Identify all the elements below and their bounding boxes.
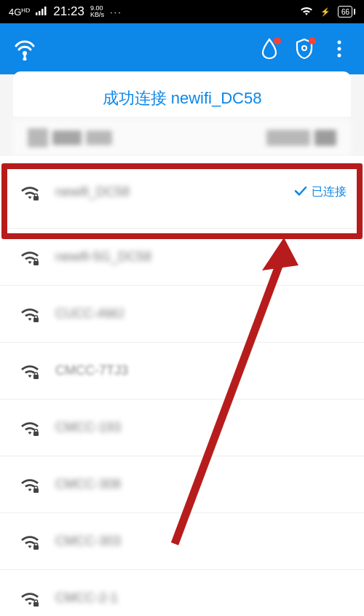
svg-point-6 (23, 58, 27, 61)
ad-strip[interactable] (13, 120, 351, 156)
raindrop-button[interactable] (256, 36, 282, 62)
shield-button[interactable] (291, 36, 317, 62)
wifi-item[interactable]: CMCC-7TJ3 (0, 343, 364, 399)
network-type: 4Gᴴᴰ (9, 7, 30, 17)
svg-rect-2 (41, 9, 44, 15)
wifi-name: CMCC-2-1 (55, 590, 347, 606)
svg-rect-13 (33, 318, 39, 322)
connection-banner: 成功连接 newifi_DC58 (13, 71, 351, 117)
status-bar: 4Gᴴᴰ 21:23 9.00 KB/s ··· ⚡ 66 (0, 0, 364, 23)
wifi-name: newifi_DC58 (55, 184, 294, 200)
charge-icon: ⚡ (320, 7, 331, 17)
wifi-name: newifi-5G_DC58 (55, 249, 347, 265)
wifi-lock-icon (17, 305, 42, 324)
wifi-item[interactable]: CMCC-2-1 (0, 570, 364, 616)
wifi-item[interactable]: CMCC-303 (0, 513, 364, 570)
svg-rect-11 (33, 196, 39, 200)
svg-rect-3 (44, 7, 47, 15)
data-rate: 9.00 KB/s (90, 5, 104, 18)
svg-rect-14 (33, 375, 39, 379)
svg-rect-15 (33, 432, 39, 436)
overflow-menu-button[interactable] (326, 36, 352, 62)
wifi-list: newifi_DC58 已连接 newifi-5G_DC58 CUCC-AMJ … (0, 156, 364, 616)
wifi-item[interactable]: CMCC-193 (0, 399, 364, 456)
wifi-lock-icon (17, 418, 42, 437)
svg-rect-16 (33, 488, 39, 493)
notification-dot (274, 37, 281, 44)
svg-point-8 (338, 41, 341, 44)
app-logo-icon (12, 34, 38, 63)
more-dots: ··· (110, 7, 122, 17)
wifi-name: CMCC-7TJ3 (55, 363, 347, 378)
svg-point-10 (338, 54, 341, 58)
svg-point-7 (302, 46, 306, 50)
battery-indicator: 66 (338, 6, 355, 17)
svg-rect-17 (33, 545, 39, 550)
wifi-lock-icon (17, 362, 42, 381)
svg-rect-18 (33, 602, 39, 607)
connected-badge: 已连接 (294, 184, 347, 200)
wifi-lock-icon (17, 183, 42, 202)
wifi-item[interactable]: newifi-5G_DC58 (0, 229, 364, 286)
wifi-name: CMCC-308 (55, 477, 347, 492)
svg-rect-12 (33, 261, 39, 265)
svg-rect-0 (36, 12, 38, 15)
wifi-lock-icon (17, 589, 42, 608)
notification-dot (309, 37, 316, 44)
svg-rect-1 (39, 11, 41, 15)
wifi-lock-icon (17, 532, 42, 551)
signal-bars-icon (36, 7, 47, 17)
wifi-lock-icon (17, 475, 42, 494)
wifi-item[interactable]: CMCC-308 (0, 456, 364, 513)
wifi-lock-icon (17, 248, 42, 267)
wifi-name: CUCC-AMJ (55, 306, 347, 321)
connection-banner-text: 成功连接 newifi_DC58 (20, 87, 344, 109)
wifi-item[interactable]: CUCC-AMJ (0, 286, 364, 343)
wifi-name: CMCC-303 (55, 534, 347, 549)
wifi-status-icon (300, 6, 313, 18)
app-header (0, 23, 364, 74)
svg-point-9 (338, 47, 341, 51)
clock: 21:23 (53, 4, 84, 19)
wifi-name: CMCC-193 (55, 420, 347, 435)
wifi-item-connected[interactable]: newifi_DC58 已连接 (0, 156, 364, 229)
check-icon (294, 186, 307, 199)
